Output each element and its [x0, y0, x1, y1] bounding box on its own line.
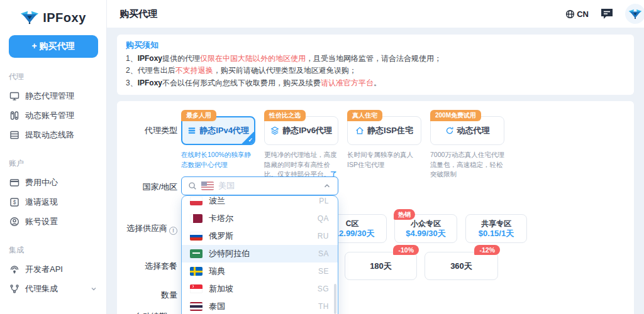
- chat-icon[interactable]: [600, 8, 614, 20]
- selected-country-flag: [201, 181, 214, 190]
- proxy-type-desc: 7000万动态真人住宅代理流量包，高速稳定，轻松突破限制: [430, 150, 504, 179]
- cashback-icon: $: [9, 197, 19, 207]
- sidebar-section-label: 代理: [0, 72, 106, 86]
- country-flag-sa: [190, 249, 203, 258]
- info-icon[interactable]: !: [169, 227, 177, 235]
- sidebar-item-integration[interactable]: 代理集成: [0, 279, 106, 298]
- promo-badge: 200M免费试用: [430, 110, 481, 121]
- layers-icon: [270, 126, 279, 135]
- country-name: 沙特阿拉伯: [209, 248, 312, 259]
- sliders-icon: [9, 111, 19, 121]
- proxy-type-title: 动态代理: [457, 125, 490, 136]
- country-name: 俄罗斯: [209, 230, 311, 242]
- sidebar-section: 账户费用中心$邀请返现账号设置: [0, 158, 106, 231]
- sidebar-item-card[interactable]: 费用中心: [0, 173, 106, 192]
- sidebar-item-rows[interactable]: 提取动态线路: [0, 125, 106, 144]
- language-selector[interactable]: CN: [565, 9, 589, 19]
- proxy-type-card[interactable]: 200M免费试用动态代理7000万动态真人住宅代理流量包，高速稳定，轻松突破限制: [430, 116, 504, 188]
- sidebar-item-label: 邀请返现: [25, 197, 58, 208]
- package-label: 选择套餐: [117, 261, 177, 272]
- package-duration: 180天: [370, 261, 392, 272]
- promo-badge: 性价比之选: [264, 110, 306, 121]
- sidebar-item-sliders[interactable]: 动态账号管理: [0, 106, 106, 125]
- top-header: 购买代理 CN: [107, 0, 644, 28]
- integration-icon: [9, 284, 19, 294]
- brand-name: IPFoxy: [43, 11, 86, 25]
- country-flag-se: [190, 267, 203, 276]
- proxy-type-title: 静态IPv6代理: [282, 125, 332, 136]
- country-code: SE: [318, 267, 329, 276]
- sidebar: IPFoxy + 购买代理 代理静态代理管理动态账号管理提取动态线路账户费用中心…: [0, 0, 107, 314]
- country-name: 卡塔尔: [209, 213, 311, 224]
- country-name: 泰国: [209, 301, 312, 312]
- country-select[interactable]: 美国: [181, 176, 338, 195]
- sidebar-item-label: 代理集成: [25, 283, 58, 295]
- country-option[interactable]: 俄罗斯RU: [182, 227, 338, 245]
- sidebar-item-cashback[interactable]: $邀请返现: [0, 192, 106, 212]
- sidebar-item-api[interactable]: 开发者API: [0, 259, 106, 279]
- hot-badge: 热销: [394, 209, 415, 220]
- buy-proxy-button[interactable]: + 购买代理: [9, 35, 98, 58]
- country-dropdown: 波兰PL卡塔尔QA俄罗斯RU沙特阿拉伯SA瑞典SE新加坡SG泰国TH: [181, 195, 338, 314]
- supplier-card[interactable]: 热销小众专区$4.99/30天: [394, 214, 457, 243]
- notice-line: 1、IPFoxy提供的代理仅限在中国大陆以外的地区使用，且受当地网络监管，请合法…: [126, 53, 625, 65]
- refresh-icon: [445, 126, 454, 135]
- supplier-card[interactable]: 共享专区$0.15/1天: [465, 214, 527, 243]
- purchase-notice: 购买须知 1、IPFoxy提供的代理仅限在中国大陆以外的地区使用，且受当地网络监…: [117, 35, 634, 95]
- auto-renew-label: 自动续期!: [117, 311, 177, 314]
- promo-badge: 最多人用: [181, 110, 216, 121]
- discount-badge: -10%: [393, 245, 419, 255]
- country-name: 瑞典: [209, 266, 312, 277]
- brand-logo: IPFoxy: [0, 0, 106, 25]
- package-card[interactable]: 180天-10%: [345, 252, 417, 280]
- country-name: 新加坡: [209, 283, 311, 295]
- country-flag-qa: [190, 214, 203, 223]
- country-code: RU: [318, 232, 329, 241]
- proxy-type-desc: 在线时长100%的独享静态数据中心代理: [181, 150, 255, 169]
- proxy-type-desc: 长时间专属独享的真人ISP住宅代理: [347, 150, 421, 169]
- search-icon: [188, 181, 197, 190]
- country-code: QA: [318, 214, 329, 223]
- main-content: 购买须知 1、IPFoxy提供的代理仅限在中国大陆以外的地区使用，且受当地网络监…: [107, 28, 644, 314]
- country-code: TH: [318, 302, 329, 311]
- card-icon: [9, 178, 19, 188]
- country-code: SA: [318, 249, 329, 258]
- country-flag-th: [190, 302, 203, 311]
- country-option[interactable]: 沙特阿拉伯SA: [182, 245, 338, 263]
- sidebar-section: 集成开发者API代理集成: [0, 245, 106, 298]
- country-option[interactable]: 新加坡SG: [182, 280, 338, 298]
- page-title: 购买代理: [119, 8, 157, 20]
- discount-badge: -12%: [474, 245, 500, 255]
- sidebar-item-user[interactable]: 账号设置: [0, 212, 106, 231]
- rows-icon: [9, 130, 19, 140]
- country-name: 波兰: [209, 195, 313, 207]
- monitor-icon: [9, 91, 19, 101]
- supplier-name: 小众专区: [411, 219, 441, 229]
- country-option[interactable]: 卡塔尔QA: [182, 210, 338, 227]
- supplier-name: 共享专区: [481, 219, 511, 229]
- sidebar-section-label: 集成: [0, 245, 106, 259]
- sidebar-item-label: 提取动态线路: [25, 129, 74, 141]
- country-option[interactable]: 波兰PL: [182, 195, 338, 210]
- sidebar-item-label: 静态代理管理: [25, 90, 74, 102]
- supplier-name: C区: [346, 219, 359, 229]
- package-duration: 360天: [450, 261, 472, 272]
- dropdown-scrollbar[interactable]: [334, 284, 336, 314]
- promo-badge: 真人住宅: [347, 110, 382, 121]
- country-option[interactable]: 瑞典SE: [182, 263, 338, 280]
- proxy-type-card[interactable]: 真人住宅静态ISP住宅长时间专属独享的真人ISP住宅代理: [347, 116, 421, 188]
- country-option[interactable]: 泰国TH: [182, 298, 338, 314]
- sidebar-item-monitor[interactable]: 静态代理管理: [0, 86, 106, 106]
- proxy-type-title: 静态IPv4代理: [199, 125, 249, 136]
- sidebar-section-label: 账户: [0, 158, 106, 173]
- server-icon: [187, 126, 196, 135]
- country-label: 国家/地区: [117, 181, 177, 193]
- purchase-form: 代理类型 最多人用静态IPv4代理✓在线时长100%的独享静态数据中心代理性价比…: [117, 101, 634, 314]
- sidebar-item-label: 开发者API: [25, 264, 63, 275]
- package-card[interactable]: 360天-12%: [425, 252, 498, 280]
- sidebar-item-label: 账号设置: [25, 216, 58, 227]
- svg-text:$: $: [13, 199, 16, 205]
- user-avatar[interactable]: [625, 4, 644, 24]
- globe-icon: [565, 9, 575, 19]
- fox-logo-icon: [20, 10, 39, 25]
